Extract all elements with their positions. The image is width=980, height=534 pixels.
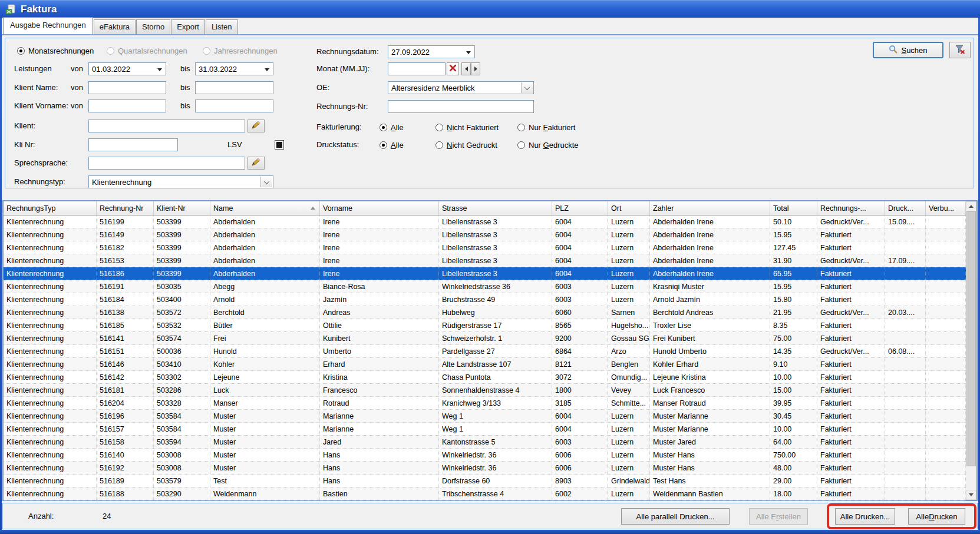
klient-edit-button[interactable] <box>248 120 265 132</box>
dropdown-button[interactable] <box>521 82 533 93</box>
vertical-scrollbar[interactable] <box>966 201 976 500</box>
column-header-klient-nr[interactable]: Klient-Nr <box>154 201 210 215</box>
table-row[interactable]: Klientenrechnung516184503400ArnoldJazmín… <box>4 293 966 306</box>
klient-name-von-input[interactable] <box>88 81 166 94</box>
table-cell: Klientenrechnung <box>4 384 97 396</box>
table-row[interactable]: Klientenrechnung516149503399AbderhaldenI… <box>4 228 966 241</box>
radio-fakturierung-nicht-fakturiert[interactable]: Nicht Fakturiert <box>435 121 499 134</box>
table-cell: Luzern <box>608 436 650 448</box>
table-cell: 516181 <box>97 384 154 396</box>
klient-name-bis-input[interactable] <box>195 81 273 94</box>
table-row[interactable]: Klientenrechnung516192503008MusterHansWi… <box>4 462 966 475</box>
suchen-button[interactable]: Suchen <box>873 42 943 58</box>
scrollbar-thumb[interactable] <box>966 211 976 466</box>
table-row[interactable]: Klientenrechnung516157503584MusterMarian… <box>4 423 966 436</box>
scroll-down-button[interactable] <box>966 490 976 500</box>
column-header-druck[interactable]: Druck... <box>885 201 926 215</box>
table-row[interactable]: Klientenrechnung516199503399AbderhaldenI… <box>4 215 966 228</box>
sprechsprache-edit-button[interactable] <box>248 157 265 170</box>
radio-fakturierung-alle[interactable]: Alle <box>380 121 404 134</box>
clear-filter-button[interactable] <box>949 42 971 58</box>
column-header-strasse[interactable]: Strasse <box>439 201 552 215</box>
table-cell: 6004 <box>552 254 608 267</box>
leistungen-bis-date-select[interactable]: 31.03.2022 <box>195 62 273 75</box>
table-cell: 6004 <box>552 267 608 280</box>
lsv-checkbox[interactable] <box>275 140 284 150</box>
table-row[interactable]: Klientenrechnung516138503572BerchtoldAnd… <box>4 306 966 319</box>
table-row[interactable]: Klientenrechnung516182503399AbderhaldenI… <box>4 241 966 254</box>
monat-next-button[interactable] <box>471 62 480 75</box>
table-cell <box>885 280 926 293</box>
column-header-ort[interactable]: Ort <box>608 201 650 215</box>
table-row[interactable]: Klientenrechnung516189503579TestHansDorf… <box>4 475 966 487</box>
table-cell: 6060 <box>552 306 608 319</box>
table-row[interactable]: Klientenrechnung516204503328ManserRotrau… <box>4 397 966 410</box>
table-cell: 1800 <box>552 384 608 396</box>
table-row[interactable]: Klientenrechnung516142503302LejeuneKrist… <box>4 371 966 384</box>
klient-vorname-bis-input[interactable] <box>195 99 273 112</box>
rechnungstyp-select[interactable]: Klientenrechnung <box>88 175 273 188</box>
monat-prev-button[interactable] <box>461 62 471 75</box>
column-header-verbu[interactable]: Verbu... <box>926 201 966 215</box>
radio-fakturierung-nur-fakturiert[interactable]: Nur Fakturiert <box>517 121 575 134</box>
table-row[interactable]: Klientenrechnung516186503399AbderhaldenI… <box>4 267 966 280</box>
scroll-up-button[interactable] <box>966 201 976 211</box>
table-row[interactable]: Klientenrechnung516158503594MusterJaredK… <box>4 436 966 449</box>
table-row[interactable]: Klientenrechnung516185503532BütlerOttili… <box>4 319 966 332</box>
table-row[interactable]: Klientenrechnung516151500036HunoldUmbert… <box>4 345 966 358</box>
radio-druckstatus-nicht-gedruckt[interactable]: Nicht Gedruckt <box>435 138 497 151</box>
table-row[interactable]: Klientenrechnung516141503574FreiKunibert… <box>4 332 966 345</box>
table-cell: Biance-Rosa <box>320 280 439 293</box>
column-header-rechnungstyp[interactable]: RechnungsTyp <box>4 201 97 215</box>
monat-clear-button[interactable] <box>447 62 459 75</box>
table-row[interactable]: Klientenrechnung516140503008MusterHansWi… <box>4 449 966 462</box>
column-header-total[interactable]: Total <box>770 201 817 215</box>
tab-ausgabe-rechnungen[interactable]: Ausgabe Rechnungen <box>3 17 93 34</box>
table-row[interactable]: Klientenrechnung516196503584MusterMarian… <box>4 410 966 423</box>
search-icon <box>889 45 897 55</box>
table-cell <box>885 397 926 409</box>
oe-select[interactable]: Altersresidenz Meerblick <box>388 81 534 94</box>
monat-input[interactable] <box>388 62 446 75</box>
table-row[interactable]: Klientenrechnung516153503399AbderhaldenI… <box>4 254 966 267</box>
table-cell: 6004 <box>552 241 608 254</box>
klient-vorname-von-input[interactable] <box>88 99 166 112</box>
rechnungs-nr-input[interactable] <box>388 100 534 113</box>
tab-storno[interactable]: Storno <box>136 19 170 34</box>
table-cell: Luzern <box>608 423 650 435</box>
column-header-vorname[interactable]: Vorname <box>320 201 439 215</box>
radio-druckstatus-alle[interactable]: Alle <box>380 138 404 151</box>
radio-monatsrechnungen[interactable]: Monatsrechnungen <box>17 44 94 57</box>
table-row[interactable]: Klientenrechnung516181503286LuckFrancesc… <box>4 384 966 397</box>
column-header-plz[interactable]: PLZ <box>552 201 608 215</box>
rechnungsdatum-select[interactable]: 27.09.2022 <box>388 45 475 58</box>
tab-efaktura[interactable]: eFaktura <box>94 19 136 34</box>
table-cell: 6004 <box>552 228 608 241</box>
table-row[interactable]: Klientenrechnung516188503290WeidenmannBa… <box>4 487 966 500</box>
table-cell: Kristina <box>320 371 439 383</box>
table-cell: 500036 <box>154 345 210 357</box>
tab-export[interactable]: Export <box>171 19 205 34</box>
column-header-rechnung-nr[interactable]: Rechnung-Nr <box>97 201 154 215</box>
tab-listen[interactable]: Listen <box>206 19 238 34</box>
table-cell <box>926 449 966 461</box>
filter-panel: MonatsrechnungenQuartalsrechnungenJahres… <box>5 38 974 188</box>
table-cell: Berchtold <box>210 306 320 319</box>
column-header-zahler[interactable]: Zahler <box>650 201 770 215</box>
button-alle-drucken[interactable]: Alle Drucken... <box>835 508 895 525</box>
column-header-name[interactable]: Name <box>210 201 320 215</box>
table-cell: Libellenstrasse 3 <box>439 215 552 228</box>
table-cell: 516199 <box>97 215 154 228</box>
dropdown-button[interactable] <box>260 177 272 187</box>
sprechsprache-input[interactable] <box>88 157 245 170</box>
column-header-rechnungs[interactable]: Rechnungs-... <box>817 201 885 215</box>
table-row[interactable]: Klientenrechnung516146503410KohlerErhard… <box>4 358 966 371</box>
button-alle-drucken[interactable]: Alle Drucken <box>908 508 965 525</box>
kli-nr-input[interactable] <box>88 138 178 151</box>
button-alle-parallell-drucken[interactable]: Alle parallell Drucken... <box>621 508 730 525</box>
table-cell: Klientenrechnung <box>4 293 97 306</box>
leistungen-von-date-select[interactable]: 01.03.2022 <box>88 62 166 75</box>
table-row[interactable]: Klientenrechnung516191503035AbeggBiance-… <box>4 280 966 293</box>
radio-druckstatus-nur-gedruckte[interactable]: Nur Gedruckte <box>517 138 579 151</box>
klient-input[interactable] <box>88 120 245 132</box>
